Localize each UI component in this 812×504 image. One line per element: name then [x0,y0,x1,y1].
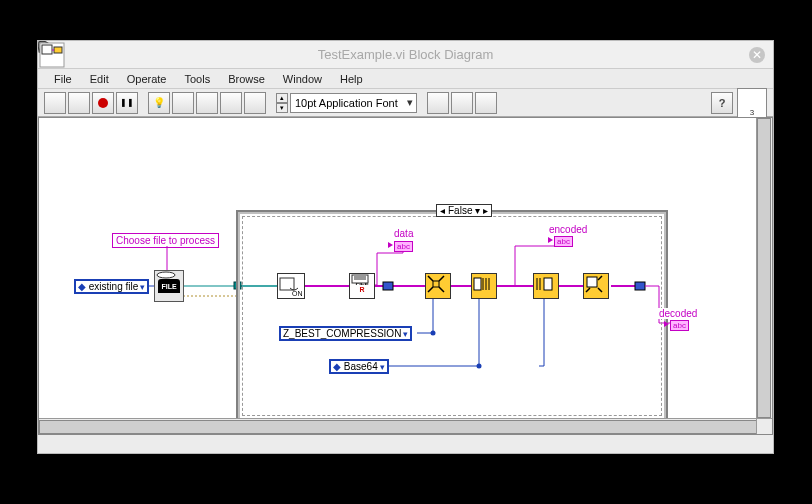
font-selector[interactable]: 10pt Application Font [290,93,417,113]
distribute-objects-button[interactable] [451,92,473,114]
run-continuously-button[interactable] [68,92,90,114]
window-title: TestExample.vi Block Diagram [318,47,494,62]
pause-button[interactable] [116,92,138,114]
minimize-button[interactable] [689,46,707,64]
menu-operate[interactable]: Operate [119,71,175,87]
menu-browse[interactable]: Browse [220,71,273,87]
h-scroll-thumb[interactable] [39,420,767,434]
maximize-button[interactable] [719,46,737,64]
run-button[interactable] [44,92,66,114]
context-help-button[interactable]: ? [711,92,733,114]
menu-help[interactable]: Help [332,71,371,87]
block-diagram-canvas[interactable]: Choose file to process ◆ existing file▾ … [38,117,773,435]
step-into-button[interactable] [196,92,218,114]
align-objects-button[interactable] [427,92,449,114]
retain-wire-values-button[interactable] [172,92,194,114]
reorder-button[interactable] [475,92,497,114]
vi-icon-num: 3 [750,108,754,117]
close-button[interactable]: ✕ [749,47,765,63]
const-base64[interactable]: ◆ Base64▾ [329,359,389,374]
font-size-steppers[interactable]: ▴▾ [276,93,288,113]
vi-icon-pane[interactable]: 3 [737,88,767,118]
menu-window[interactable]: Window [275,71,330,87]
titlebar[interactable]: TestExample.vi Block Diagram ✕ [38,41,773,69]
svg-rect-13 [54,47,62,53]
abort-button[interactable] [92,92,114,114]
menu-file[interactable]: File [46,71,80,87]
highlight-execution-button[interactable] [148,92,170,114]
scroll-corner [756,418,772,434]
const-compression[interactable]: Z_BEST_COMPRESSION▾ [279,326,412,341]
const-base64-text: Base64 [344,361,378,372]
font-selector-label: 10pt Application Font [295,97,398,109]
toolbar: ▴▾ 10pt Application Font ? 3 [38,89,773,117]
v-scroll-thumb[interactable] [757,118,771,418]
step-out-button[interactable] [244,92,266,114]
menu-edit[interactable]: Edit [82,71,117,87]
window-controls: ✕ [689,46,765,64]
menubar: File Edit Operate Tools Browse Window He… [38,69,773,89]
step-over-button[interactable] [220,92,242,114]
horizontal-scrollbar[interactable] [39,418,756,434]
vertical-scrollbar[interactable] [756,118,772,418]
labview-block-diagram-window: TestExample.vi Block Diagram ✕ File Edit… [37,40,774,454]
menu-tools[interactable]: Tools [176,71,218,87]
const-compression-text: Z_BEST_COMPRESSION [283,328,401,339]
